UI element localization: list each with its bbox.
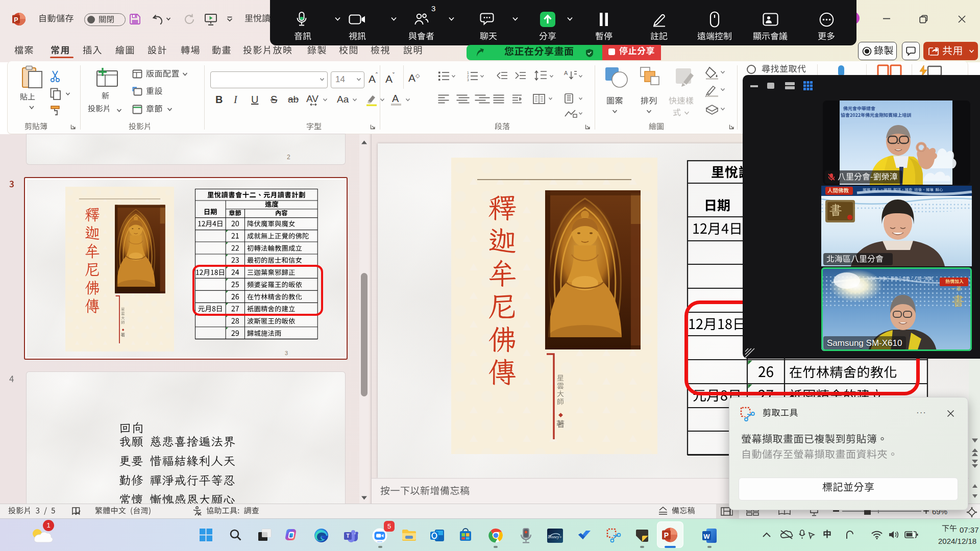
svg-text:A: A: [564, 70, 568, 76]
svg-text:1: 1: [467, 71, 469, 74]
svg-text:Disney+: Disney+: [547, 535, 562, 539]
svg-text:2: 2: [467, 74, 469, 78]
svg-text:AV: AV: [306, 93, 318, 104]
svg-text:3: 3: [467, 78, 469, 82]
svg-text:T: T: [346, 533, 349, 539]
svg-text:W: W: [703, 533, 710, 540]
svg-text:P: P: [14, 16, 18, 23]
svg-text:P: P: [664, 531, 669, 539]
svg-text:zoom: zoom: [377, 540, 382, 543]
